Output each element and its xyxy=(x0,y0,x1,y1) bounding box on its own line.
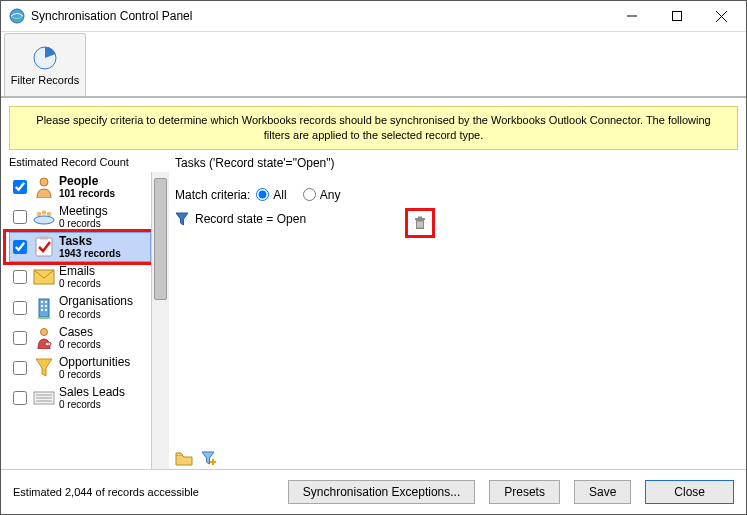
svg-rect-18 xyxy=(45,305,47,307)
criteria-header: Tasks ('Record state'="Open") xyxy=(175,154,738,188)
svg-point-6 xyxy=(40,178,48,186)
svg-point-9 xyxy=(42,210,47,215)
leads-icon xyxy=(33,390,55,406)
record-type-meetings[interactable]: Meetings0 records xyxy=(9,202,151,232)
criteria-text: Record state = Open xyxy=(195,212,306,226)
task-icon xyxy=(33,236,55,258)
footer: Estimated 2,044 of records accessible Sy… xyxy=(1,469,746,514)
match-criteria-row: Match criteria: All Any xyxy=(175,188,738,202)
record-type-name: Meetings xyxy=(59,205,108,218)
record-types-panel: Estimated Record Count People101 records… xyxy=(9,154,169,469)
criteria-list: Record state = Open xyxy=(175,212,738,469)
info-banner: Please specify criteria to determine whi… xyxy=(9,106,738,150)
titlebar: Synchronisation Control Panel xyxy=(1,1,746,32)
record-type-name: People xyxy=(59,175,115,188)
record-type-count: 0 records xyxy=(59,399,125,410)
svg-rect-30 xyxy=(415,218,425,220)
open-folder-button[interactable] xyxy=(175,451,193,467)
close-window-button[interactable] xyxy=(699,2,744,31)
criteria-panel: Tasks ('Record state'="Open") Match crit… xyxy=(169,154,738,469)
svg-rect-17 xyxy=(41,305,43,307)
svg-point-7 xyxy=(34,216,54,224)
record-type-count: 0 records xyxy=(59,309,133,320)
sync-control-panel-window: Synchronisation Control Panel Filter Rec… xyxy=(0,0,747,515)
org-icon xyxy=(33,297,55,319)
record-type-name: Opportunities xyxy=(59,356,130,369)
record-type-name: Cases xyxy=(59,326,101,339)
record-type-tasks[interactable]: Tasks1943 records xyxy=(9,232,151,262)
person-icon xyxy=(33,176,55,198)
trash-icon xyxy=(413,216,427,230)
add-filter-button[interactable] xyxy=(201,451,217,467)
email-icon xyxy=(33,269,55,285)
svg-rect-16 xyxy=(45,301,47,303)
match-any-radio[interactable]: Any xyxy=(303,188,341,202)
estimated-total-label: Estimated 2,044 of records accessible xyxy=(13,486,274,498)
minimize-button[interactable] xyxy=(609,2,654,31)
window-title: Synchronisation Control Panel xyxy=(31,9,192,23)
svg-rect-12 xyxy=(40,237,48,240)
maximize-button[interactable] xyxy=(654,2,699,31)
filter-records-tab[interactable]: Filter Records xyxy=(4,33,86,96)
presets-button[interactable]: Presets xyxy=(489,480,560,504)
record-type-count: 0 records xyxy=(59,218,108,229)
delete-criteria-button[interactable] xyxy=(405,208,435,238)
svg-rect-31 xyxy=(418,216,422,218)
sync-exceptions-button[interactable]: Synchronisation Exceptions... xyxy=(288,480,475,504)
close-button[interactable]: Close xyxy=(645,480,734,504)
record-type-count: 0 records xyxy=(59,339,101,350)
record-type-cases[interactable]: ?Cases0 records xyxy=(9,323,151,353)
record-type-count: 0 records xyxy=(59,278,101,289)
pie-chart-icon xyxy=(32,45,58,71)
record-type-name: Emails xyxy=(59,265,101,278)
meeting-icon xyxy=(33,209,55,225)
record-type-checkbox[interactable] xyxy=(13,331,27,345)
estimated-count-header: Estimated Record Count xyxy=(9,154,169,172)
record-type-opportunities[interactable]: Opportunities0 records xyxy=(9,353,151,383)
record-type-organisations[interactable]: Organisations0 records xyxy=(9,292,151,322)
app-icon xyxy=(9,8,25,24)
record-type-name: Sales Leads xyxy=(59,386,125,399)
record-type-checkbox[interactable] xyxy=(13,270,27,284)
record-type-checkbox[interactable] xyxy=(13,240,27,254)
record-type-checkbox[interactable] xyxy=(13,301,27,315)
criteria-row[interactable]: Record state = Open xyxy=(175,212,738,226)
record-type-list: People101 recordsMeetings0 recordsTasks1… xyxy=(9,172,151,469)
record-type-checkbox[interactable] xyxy=(13,210,27,224)
svg-rect-2 xyxy=(672,12,681,21)
record-type-count: 1943 records xyxy=(59,248,121,259)
record-type-salesleads[interactable]: Sales Leads0 records xyxy=(9,383,151,413)
record-type-count: 101 records xyxy=(59,188,115,199)
svg-rect-14 xyxy=(39,299,49,317)
record-type-checkbox[interactable] xyxy=(13,180,27,194)
svg-point-8 xyxy=(37,212,42,217)
record-type-checkbox[interactable] xyxy=(13,361,27,375)
svg-rect-15 xyxy=(41,301,43,303)
match-all-radio[interactable]: All xyxy=(256,188,286,202)
case-icon: ? xyxy=(33,327,55,349)
svg-point-10 xyxy=(47,212,52,217)
filter-records-label: Filter Records xyxy=(11,74,79,86)
save-button[interactable]: Save xyxy=(574,480,631,504)
opportunity-icon xyxy=(33,358,55,378)
record-list-scrollbar[interactable] xyxy=(151,172,169,469)
record-type-checkbox[interactable] xyxy=(13,391,27,405)
funnel-icon xyxy=(175,212,189,226)
svg-point-0 xyxy=(10,9,24,23)
svg-rect-19 xyxy=(41,309,43,311)
record-type-count: 0 records xyxy=(59,369,130,380)
record-type-name: Organisations xyxy=(59,295,133,308)
record-type-people[interactable]: People101 records xyxy=(9,172,151,202)
match-criteria-label: Match criteria: xyxy=(175,188,250,202)
record-type-emails[interactable]: Emails0 records xyxy=(9,262,151,292)
main-area: Estimated Record Count People101 records… xyxy=(1,154,746,469)
record-type-name: Tasks xyxy=(59,235,121,248)
svg-point-22 xyxy=(41,328,48,335)
ribbon: Filter Records xyxy=(1,32,746,98)
svg-rect-11 xyxy=(36,238,52,256)
svg-rect-20 xyxy=(45,309,47,311)
